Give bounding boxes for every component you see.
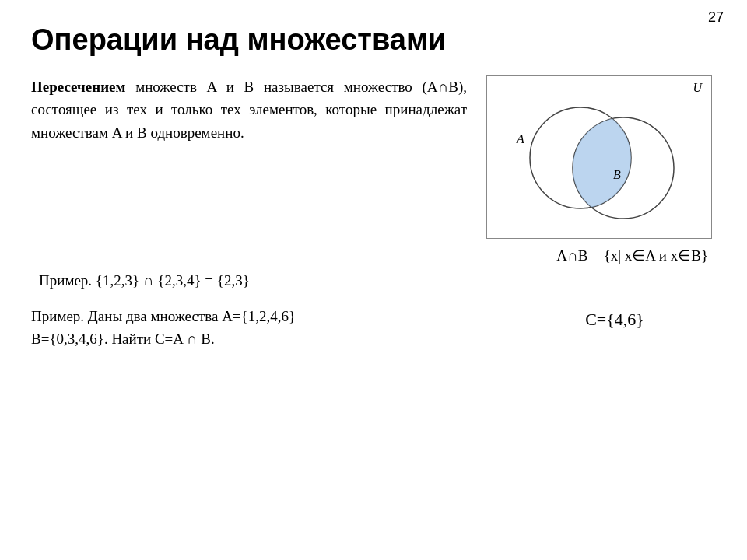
- page-title: Операции над множествами: [31, 23, 716, 57]
- example2-text: Пример. Даны два множества A={1,2,4,6} B…: [31, 305, 498, 351]
- venn-box: U A B: [486, 75, 712, 239]
- page-number: 27: [708, 9, 724, 26]
- example2-line1: Пример. Даны два множества A={1,2,4,6}: [31, 305, 498, 327]
- venn-u-label: U: [693, 81, 702, 95]
- content-row: Пересечением множеств A и B называется м…: [31, 75, 716, 239]
- page: 27 Операции над множествами Пересечением…: [0, 0, 747, 560]
- venn-a-label: A: [517, 132, 524, 146]
- example2-line2: B={0,3,4,6}. Найти C=A ∩ B.: [31, 327, 498, 350]
- answer-text: C={4,6}: [585, 310, 644, 330]
- formula-row: A∩B = {x| x∈A и x∈B}: [31, 247, 716, 264]
- example2-row: Пример. Даны два множества A={1,2,4,6} B…: [31, 305, 716, 351]
- intersection-formula: A∩B = {x| x∈A и x∈B}: [556, 247, 708, 264]
- answer-block: C={4,6}: [514, 305, 716, 330]
- definition-text: Пересечением множеств A и B называется м…: [31, 75, 467, 144]
- definition-bold: Пересечением: [31, 79, 126, 95]
- venn-b-label: B: [613, 168, 621, 182]
- example1: Пример. {1,2,3} ∩ {2,3,4} = {2,3}: [31, 272, 716, 289]
- venn-diagram-container: U A B: [482, 75, 716, 239]
- venn-svg: [487, 76, 713, 240]
